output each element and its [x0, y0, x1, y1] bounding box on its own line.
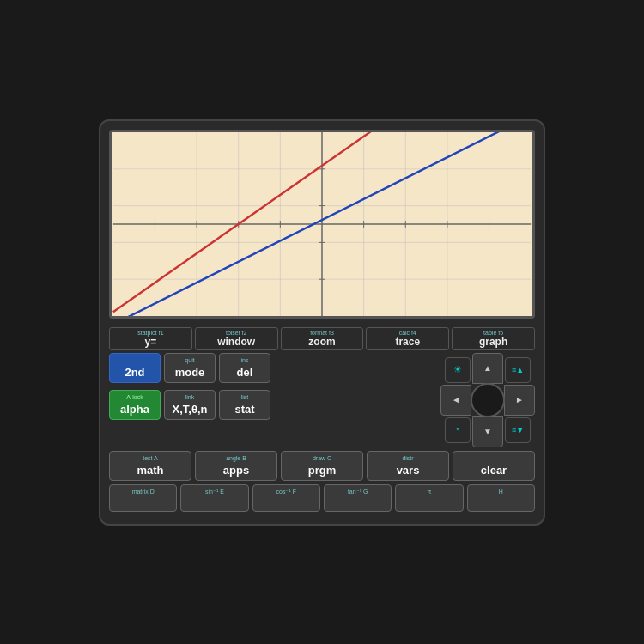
- main-label-graph: graph: [454, 336, 532, 348]
- dpad-tl-icon: ☀: [445, 357, 471, 383]
- main-label-y-equals: y=: [112, 336, 190, 348]
- dpad-container: ☀ ≡▲ * ≡▼ ▲ ▼ ◄ ►: [440, 353, 535, 447]
- main-label-trace: trace: [368, 336, 447, 348]
- fn-key-y-equals[interactable]: statplot f1 y=: [109, 327, 192, 350]
- calculator: statplot f1 y= tblset f2 window format f…: [99, 119, 545, 526]
- dpad-tr-icon: ≡▲: [505, 357, 531, 383]
- key-tan[interactable]: tan⁻¹ G: [324, 484, 392, 512]
- key-2nd[interactable]: 2nd: [109, 353, 161, 383]
- fn-label-tblset: tblset f2: [197, 330, 276, 336]
- fn-key-row: statplot f1 y= tblset f2 window format f…: [109, 327, 535, 350]
- key-mode[interactable]: quit mode: [164, 353, 216, 383]
- key-sin[interactable]: sin⁻¹ E: [180, 484, 248, 512]
- key-h[interactable]: H: [467, 484, 535, 512]
- dpad-down-button[interactable]: ▼: [472, 416, 503, 447]
- row-2nd-mode: 2nd quit mode ins del A-lock alpha li: [109, 353, 535, 447]
- key-row-math: test A math angle B apps draw C prgm dis…: [109, 451, 535, 481]
- key-row-1: 2nd quit mode ins del: [109, 353, 437, 383]
- key-cos[interactable]: cos⁻¹ F: [252, 484, 320, 512]
- fn-label-statplot: statplot f1: [112, 330, 190, 336]
- fn-key-trace[interactable]: calc f4 trace: [366, 327, 449, 350]
- graph-screen: [109, 130, 535, 319]
- key-pi[interactable]: π: [395, 484, 463, 512]
- key-alpha[interactable]: A-lock alpha: [109, 390, 161, 420]
- fn-label-calc: calc f4: [368, 330, 447, 336]
- key-clear[interactable]: clear: [453, 451, 535, 481]
- key-math[interactable]: test A math: [109, 451, 191, 481]
- dpad-up-button[interactable]: ▲: [472, 353, 503, 384]
- key-stat[interactable]: list stat: [219, 390, 270, 420]
- fn-key-zoom[interactable]: format f3 zoom: [281, 327, 364, 350]
- key-matrix[interactable]: matrix D: [109, 484, 177, 512]
- key-row-trig: matrix D sin⁻¹ E cos⁻¹ F tan⁻¹ G π H: [109, 484, 535, 512]
- dpad-br-icon: ≡▼: [505, 417, 531, 443]
- dpad-left-button[interactable]: ◄: [440, 385, 471, 416]
- key-row-2: A-lock alpha link X,T,θ,n list stat: [109, 390, 437, 420]
- fn-key-graph[interactable]: table f5 graph: [452, 327, 535, 350]
- left-key-group-1: 2nd quit mode ins del A-lock alpha li: [109, 353, 437, 423]
- bottom-rows: test A math angle B apps draw C prgm dis…: [109, 451, 535, 512]
- key-x-t-theta-n[interactable]: link X,T,θ,n: [164, 390, 216, 420]
- main-label-zoom: zoom: [283, 336, 361, 348]
- fn-key-window[interactable]: tblset f2 window: [195, 327, 278, 350]
- fn-label-table: table f5: [454, 330, 532, 336]
- main-label-window: window: [197, 336, 276, 348]
- dpad-right-button[interactable]: ►: [504, 385, 535, 416]
- key-vars[interactable]: distr vars: [367, 451, 449, 481]
- key-prgm[interactable]: draw C prgm: [281, 451, 363, 481]
- dpad-center[interactable]: [471, 383, 505, 417]
- dpad: ☀ ≡▲ * ≡▼ ▲ ▼ ◄ ►: [440, 353, 535, 447]
- key-apps[interactable]: angle B apps: [195, 451, 277, 481]
- fn-label-format: format f3: [283, 330, 361, 336]
- dpad-bl-icon: *: [445, 417, 471, 443]
- key-del[interactable]: ins del: [219, 353, 270, 383]
- graph-svg: [112, 132, 532, 316]
